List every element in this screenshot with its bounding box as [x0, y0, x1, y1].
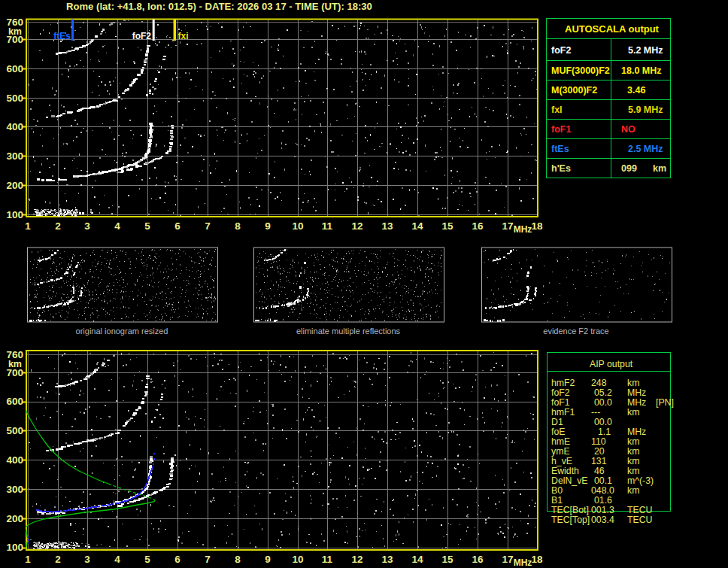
svg-text:6: 6: [174, 220, 180, 232]
svg-text:18: 18: [531, 220, 543, 232]
svg-text:13: 13: [381, 554, 393, 565]
svg-text:B1: B1: [551, 495, 563, 506]
svg-text:00.0: 00.0: [594, 417, 612, 427]
svg-text:3: 3: [84, 554, 90, 565]
svg-text:6: 6: [174, 554, 180, 565]
svg-text:700: 700: [6, 367, 23, 378]
svg-text:4: 4: [114, 554, 120, 565]
svg-text:MHz: MHz: [627, 427, 646, 437]
svg-text:13: 13: [381, 220, 393, 232]
svg-text:46: 46: [594, 466, 605, 476]
svg-text:8: 8: [235, 220, 241, 232]
svg-text:16: 16: [472, 220, 484, 232]
svg-text:fxi: fxi: [178, 31, 189, 41]
svg-text:DelN_vE: DelN_vE: [551, 475, 588, 486]
svg-text:200: 200: [6, 513, 23, 524]
svg-text:5: 5: [144, 220, 150, 232]
svg-text:18: 18: [531, 554, 543, 565]
svg-text:2: 2: [55, 554, 61, 565]
svg-text:17: 17: [502, 554, 513, 565]
svg-text:20: 20: [594, 446, 605, 457]
svg-text:10: 10: [292, 220, 303, 232]
svg-text:01.6: 01.6: [594, 495, 612, 506]
svg-text:D1: D1: [551, 417, 563, 427]
svg-text:foF2: foF2: [551, 387, 570, 398]
svg-text:km: km: [627, 436, 639, 447]
svg-text:km: km: [627, 456, 639, 466]
svg-text:11: 11: [322, 554, 333, 565]
svg-text:14: 14: [411, 220, 423, 232]
svg-text:3: 3: [84, 220, 90, 232]
svg-text:099: 099: [621, 163, 637, 174]
svg-text:100: 100: [6, 542, 23, 553]
svg-text:16: 16: [472, 554, 484, 565]
svg-text:248: 248: [591, 378, 607, 388]
svg-text:003.4: 003.4: [591, 515, 614, 525]
svg-text:8: 8: [235, 554, 241, 565]
svg-text:km: km: [627, 446, 639, 457]
svg-text:05.2: 05.2: [594, 387, 612, 398]
svg-text:MHz: MHz: [627, 387, 646, 398]
svg-text:4: 4: [114, 220, 120, 232]
svg-text:km: km: [653, 163, 666, 174]
svg-text:7: 7: [205, 220, 211, 232]
svg-text:foF1: foF1: [551, 124, 571, 135]
svg-text:B0: B0: [551, 485, 563, 496]
svg-text:hmE: hmE: [551, 436, 570, 447]
svg-text:km: km: [627, 485, 639, 496]
svg-text:5: 5: [144, 554, 150, 565]
svg-text:131: 131: [591, 456, 607, 466]
svg-text:600: 600: [6, 63, 23, 74]
svg-text:10: 10: [292, 554, 303, 565]
svg-text:MHz: MHz: [514, 224, 532, 235]
svg-text:500: 500: [6, 425, 23, 436]
svg-text:foF1: foF1: [551, 397, 570, 408]
svg-text:TEC[Top]: TEC[Top]: [551, 515, 590, 525]
svg-text:200: 200: [6, 180, 23, 191]
svg-text:2.5 MHz: 2.5 MHz: [628, 144, 663, 154]
svg-text:[PN]: [PN]: [656, 397, 674, 408]
svg-text:15: 15: [441, 554, 453, 565]
svg-text:M(3000)F2: M(3000)F2: [551, 85, 597, 96]
svg-text:1: 1: [25, 554, 31, 565]
svg-text:Rome (lat: +41.8, lon: 012.5): Rome (lat: +41.8, lon: 012.5) - DATE: 20…: [66, 1, 372, 12]
svg-text:400: 400: [6, 121, 23, 132]
svg-text:400: 400: [6, 454, 23, 466]
svg-text:foE: foE: [551, 427, 565, 437]
svg-text:ftEs: ftEs: [53, 31, 71, 41]
svg-text:eliminate multiple reflections: eliminate multiple reflections: [296, 327, 401, 336]
svg-text:hmF2: hmF2: [551, 378, 575, 388]
svg-text:1.1: 1.1: [598, 427, 611, 437]
svg-text:evidence F2 trace: evidence F2 trace: [543, 327, 608, 336]
svg-text:km: km: [627, 466, 639, 476]
svg-text:600: 600: [6, 396, 23, 407]
svg-text:TECU: TECU: [627, 505, 652, 515]
svg-text:300: 300: [6, 484, 23, 495]
svg-text:7: 7: [205, 554, 211, 565]
svg-text:100: 100: [6, 209, 23, 220]
svg-text:9: 9: [265, 554, 271, 565]
svg-text:5.2 MHz: 5.2 MHz: [628, 45, 663, 56]
svg-text:foF2: foF2: [132, 31, 152, 41]
svg-text:m^(-3): m^(-3): [627, 475, 654, 486]
svg-text:TEC[Bot]: TEC[Bot]: [551, 505, 589, 515]
svg-text:500: 500: [6, 93, 23, 104]
svg-text:TECU: TECU: [627, 515, 652, 525]
svg-text:AIP output: AIP output: [590, 359, 633, 369]
svg-text:h'Es: h'Es: [551, 163, 571, 174]
svg-text:AUTOSCALA output: AUTOSCALA output: [565, 23, 660, 35]
svg-text:NO: NO: [621, 124, 635, 135]
svg-text:1: 1: [25, 220, 31, 232]
svg-text:hmF1: hmF1: [551, 407, 575, 418]
svg-text:15: 15: [441, 220, 453, 232]
svg-text:18.0 MHz: 18.0 MHz: [621, 65, 662, 76]
svg-text:original ionogram resized: original ionogram resized: [76, 327, 168, 336]
svg-text:ftEs: ftEs: [551, 144, 569, 154]
svg-text:00.1: 00.1: [594, 475, 612, 486]
svg-text:12: 12: [351, 220, 362, 232]
svg-text:300: 300: [6, 150, 23, 162]
svg-text:048.0: 048.0: [591, 485, 614, 496]
svg-text:h_vE: h_vE: [551, 456, 572, 466]
svg-text:12: 12: [351, 554, 362, 565]
svg-text:ymE: ymE: [551, 446, 570, 457]
